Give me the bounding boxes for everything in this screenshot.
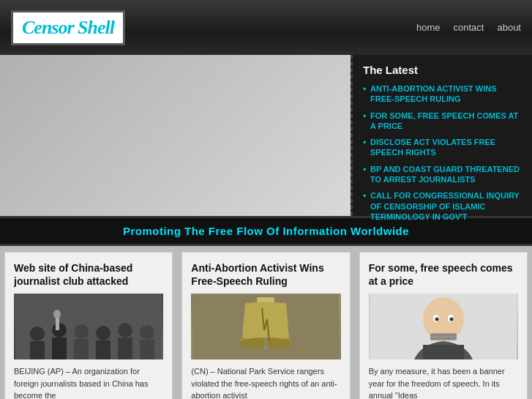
- article-card-2: For some, free speech comes at a price: [359, 252, 528, 399]
- svg-point-5: [74, 324, 89, 339]
- nav-contact[interactable]: contact: [454, 22, 484, 33]
- logo-part2: Shell: [78, 17, 114, 38]
- svg-rect-2: [30, 341, 45, 359]
- svg-rect-29: [423, 345, 464, 359]
- articles-grid: Web site of China-based journalist club …: [0, 246, 532, 399]
- article-card-1: Anti-Abortion Activist Wins Free-Speech …: [181, 252, 350, 399]
- latest-link-2[interactable]: DISCLOSE ACT VIOLATES FREE SPEECH RIGHTS: [370, 137, 522, 158]
- article-card-0: Web site of China-based journalist club …: [4, 252, 173, 399]
- article-image-2: [369, 294, 518, 359]
- list-item: DISCLOSE ACT VIOLATES FREE SPEECH RIGHTS: [363, 137, 522, 158]
- main-nav: home contact about: [416, 22, 521, 33]
- article-excerpt-0: BEIJING (AP) – An organization for forei…: [14, 365, 163, 399]
- latest-sidebar: The Latest ANTI-ABORTION ACTIVIST WINS F…: [351, 55, 532, 216]
- svg-point-27: [435, 318, 438, 321]
- svg-point-19: [263, 346, 268, 350]
- nav-home[interactable]: home: [416, 22, 441, 33]
- article-excerpt-1: (CN) – National Park Service rangers vio…: [191, 365, 340, 399]
- latest-link-4[interactable]: CALL FOR CONGRESSIONAL INQUIRY OF CENSOR…: [370, 190, 522, 222]
- svg-rect-6: [74, 339, 89, 359]
- article-image-0: [14, 294, 163, 359]
- svg-rect-10: [118, 338, 132, 359]
- header: Censor Shell home contact about: [0, 0, 532, 55]
- svg-rect-12: [140, 340, 154, 359]
- hero-section: The Latest ANTI-ABORTION ACTIVIST WINS F…: [0, 55, 532, 216]
- svg-point-1: [30, 327, 45, 341]
- article-title-2: For some, free speech comes at a price: [369, 261, 518, 288]
- svg-rect-22: [430, 333, 457, 340]
- svg-point-28: [449, 318, 453, 321]
- svg-point-7: [96, 326, 110, 340]
- nav-about[interactable]: about: [497, 22, 521, 33]
- latest-link-0[interactable]: ANTI-ABORTION ACTIVIST WINS FREE-SPEECH …: [370, 83, 522, 105]
- svg-rect-4: [52, 338, 67, 359]
- latest-link-1[interactable]: FOR SOME, FREE SPEECH COMES AT A PRICE: [370, 111, 522, 132]
- list-item: FOR SOME, FREE SPEECH COMES AT A PRICE: [363, 111, 522, 132]
- latest-title: The Latest: [363, 64, 522, 76]
- article-excerpt-2: By any measure, it has been a banner yea…: [369, 365, 518, 399]
- latest-link-3[interactable]: BP AND COAST GUARD THREATENED TO ARREST …: [370, 164, 522, 185]
- article-title-0: Web site of China-based journalist club …: [14, 261, 163, 288]
- article-title-1: Anti-Abortion Activist Wins Free-Speech …: [191, 261, 340, 288]
- svg-point-14: [53, 310, 61, 318]
- logo: Censor Shell: [11, 10, 125, 45]
- list-item: CALL FOR CONGRESSIONAL INQUIRY OF CENSOR…: [363, 190, 522, 222]
- svg-point-9: [118, 323, 132, 338]
- article-image-1: [191, 294, 340, 359]
- hero-image-area: [0, 55, 351, 216]
- tagline-text: Promoting The Free Flow Of Information W…: [123, 225, 409, 237]
- logo-part1: Censor: [22, 17, 74, 38]
- list-item: ANTI-ABORTION ACTIVIST WINS FREE-SPEECH …: [363, 83, 522, 105]
- svg-rect-8: [96, 340, 110, 359]
- latest-list: ANTI-ABORTION ACTIVIST WINS FREE-SPEECH …: [363, 83, 522, 222]
- svg-point-11: [140, 325, 154, 340]
- list-item: BP AND COAST GUARD THREATENED TO ARREST …: [363, 164, 522, 185]
